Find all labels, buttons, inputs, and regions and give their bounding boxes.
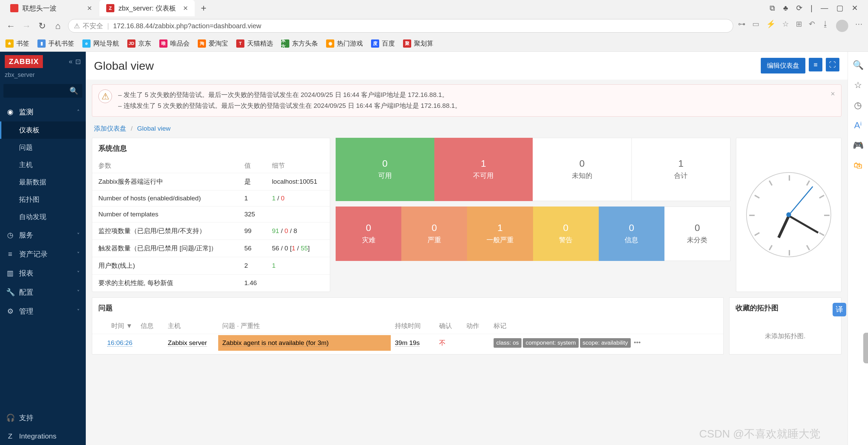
nav-services[interactable]: ◷服务˅: [0, 226, 86, 245]
bookmark-item[interactable]: 唯唯品会: [159, 39, 190, 48]
nav-inventory[interactable]: ≡资产记录˅: [0, 245, 86, 264]
ai-icon[interactable]: Aⁱ: [854, 120, 862, 131]
severity-box[interactable]: 0灾难: [336, 207, 401, 261]
cell-value: 99: [238, 222, 266, 240]
history-icon[interactable]: ◷: [854, 100, 862, 111]
status-box[interactable]: 0未知的: [533, 138, 632, 201]
cell-param: Number of templates: [92, 206, 238, 222]
breadcrumb-add[interactable]: 添加仪表盘: [94, 125, 126, 132]
zabbix-logo[interactable]: ZABBIX: [5, 55, 43, 68]
severity-box[interactable]: 0信息: [599, 207, 664, 261]
star-icon[interactable]: ☆: [782, 20, 789, 32]
maximize-icon[interactable]: ▢: [836, 4, 843, 13]
shopping-icon[interactable]: 🛍: [854, 160, 863, 171]
browser-tab-active[interactable]: Zzbx_server: 仪表板 ×: [99, 0, 195, 16]
bookmark-item[interactable]: T天猫精选: [236, 39, 273, 48]
nav-reports[interactable]: ▥报表˅: [0, 264, 86, 283]
problem-duration[interactable]: 39m 19s: [395, 339, 420, 347]
extension-icon[interactable]: ♣: [783, 4, 788, 13]
translate-badge[interactable]: 译: [833, 303, 846, 316]
video-icon[interactable]: ▭: [752, 20, 759, 32]
sidebar-item[interactable]: 问题: [0, 139, 86, 156]
nav-support[interactable]: 🎧支持: [0, 408, 86, 427]
close-icon[interactable]: ×: [183, 3, 188, 13]
tag[interactable]: component: system: [523, 338, 578, 348]
sidebar-item[interactable]: 拓扑图: [0, 191, 86, 208]
download-icon[interactable]: ⭳: [822, 20, 829, 32]
severity-box[interactable]: 0警告: [533, 207, 599, 261]
status-box[interactable]: 1合计: [632, 138, 731, 201]
expand-icon[interactable]: ⊡: [75, 57, 81, 66]
nav-admin[interactable]: ⚙管理˅: [0, 302, 86, 321]
bookmark-item[interactable]: 度百度: [371, 39, 395, 48]
search-icon[interactable]: 🔍: [853, 60, 864, 70]
col-info: 信息: [136, 318, 164, 334]
minimize-icon[interactable]: —: [821, 4, 828, 13]
tag[interactable]: scope: availability: [580, 338, 631, 348]
severity-box[interactable]: 1一般严重: [467, 207, 533, 261]
bookmark-item[interactable]: 淘爱淘宝: [198, 39, 228, 48]
list-view-button[interactable]: ≡: [809, 58, 822, 71]
forward-button[interactable]: →: [21, 21, 32, 31]
clock-center: [786, 212, 791, 217]
problem-ack[interactable]: 不: [439, 339, 446, 346]
rail-collapse[interactable]: [863, 333, 868, 363]
addr-actions: ⊶ ▭ ⚡ ☆ ⊞ ↶ ⭳ ⋯: [738, 20, 863, 32]
history-icon[interactable]: ↶: [809, 20, 815, 32]
key-icon[interactable]: ⊶: [738, 20, 745, 32]
restore-icon[interactable]: ⟳: [796, 4, 802, 13]
bookmark-item[interactable]: ◉热门游戏: [326, 39, 363, 48]
severity-box[interactable]: 0未分类: [664, 207, 730, 261]
sidebar-search[interactable]: 🔍: [3, 84, 82, 98]
edit-dashboard-button[interactable]: 编辑仪表盘: [761, 58, 805, 73]
status-box[interactable]: 1不可用: [434, 138, 533, 201]
clock-icon: ◷: [6, 231, 14, 239]
problem-host[interactable]: Zabbix server: [168, 339, 207, 347]
sidebar-item[interactable]: 最新数据: [0, 174, 86, 191]
sidebar-item[interactable]: 主机: [0, 156, 86, 174]
game-icon[interactable]: 🎮: [853, 140, 864, 151]
nav-integrations[interactable]: ZIntegrations: [0, 427, 86, 445]
bookmark-item[interactable]: ★书签: [5, 39, 29, 48]
chart-icon: ▥: [6, 269, 14, 277]
breadcrumb-current[interactable]: Global view: [137, 125, 171, 132]
flash-icon[interactable]: ⚡: [766, 20, 775, 32]
nav-monitoring[interactable]: ◉ 监测 ˄: [0, 102, 86, 121]
bookmark-item[interactable]: e网址导航: [82, 39, 119, 48]
status-box[interactable]: 0可用: [336, 138, 434, 201]
bookmark-item[interactable]: JD京东: [127, 39, 151, 48]
collapse-icon[interactable]: «: [69, 57, 73, 66]
star-icon[interactable]: ☆: [854, 80, 862, 90]
close-icon[interactable]: ×: [831, 89, 835, 112]
bookmark-item[interactable]: ▮手机书签: [37, 39, 74, 48]
close-icon[interactable]: ×: [87, 3, 92, 13]
minute-hand: [788, 215, 819, 233]
bookmark-item[interactable]: 聚聚划算: [403, 39, 433, 48]
browser-tab[interactable]: 联联想头一波 ×: [3, 0, 99, 16]
new-tab-button[interactable]: +: [195, 3, 212, 14]
back-button[interactable]: ←: [5, 21, 16, 31]
more-icon[interactable]: •••: [634, 339, 641, 346]
address-bar[interactable]: ⚠ 不安全 | 172.16.88.44/zabbix.php?action=d…: [68, 19, 733, 33]
tag[interactable]: class: os: [494, 338, 521, 348]
fullscreen-button[interactable]: ⛶: [826, 58, 839, 71]
home-button[interactable]: ⌂: [52, 21, 63, 31]
tab-bar: 联联想头一波 × Zzbx_server: 仪表板 × + ⧉ ♣ ⟳ | — …: [0, 0, 868, 16]
severity-box[interactable]: 0严重: [401, 207, 467, 261]
problem-time[interactable]: 16:06:26: [107, 339, 132, 347]
problem-name[interactable]: Zabbix agent is not available (for 3m): [218, 335, 391, 351]
bookmark-item[interactable]: 东方东方头条: [281, 39, 318, 48]
col-time[interactable]: 时间 ▼: [92, 318, 136, 334]
profile-icon[interactable]: [836, 20, 848, 32]
picture-in-picture-icon[interactable]: ⧉: [770, 4, 775, 13]
cell-info: [136, 334, 164, 352]
alert-icon: ⚠: [98, 89, 112, 103]
close-window-icon[interactable]: ✕: [852, 4, 858, 13]
sidebar-item[interactable]: 自动发现: [0, 208, 86, 226]
extensions-icon[interactable]: ⊞: [796, 20, 802, 32]
menu-icon[interactable]: ⋯: [855, 20, 863, 32]
reload-button[interactable]: ↻: [37, 21, 48, 31]
search-icon[interactable]: 🔍: [69, 87, 78, 95]
nav-config[interactable]: 🔧配置˅: [0, 283, 86, 302]
sidebar-item[interactable]: 仪表板: [0, 121, 86, 139]
